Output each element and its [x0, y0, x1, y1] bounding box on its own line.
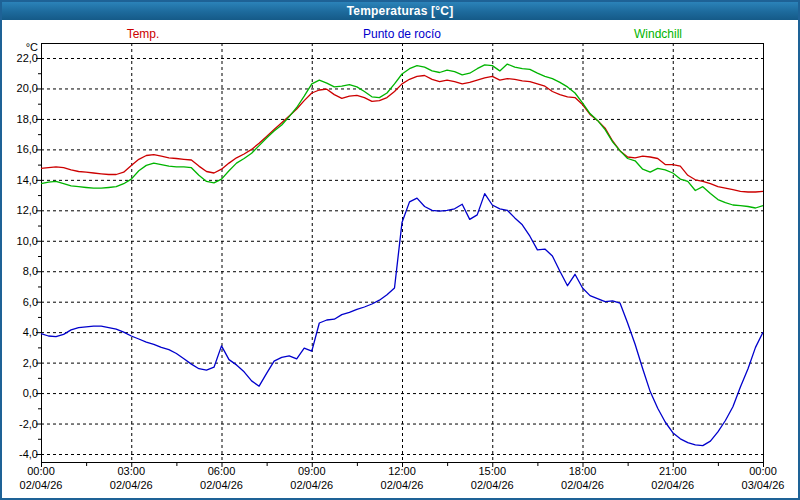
y-axis-tick-label: -4,0 — [19, 448, 38, 460]
x-axis-date-label: 02/04/26 — [290, 479, 333, 491]
y-axis-labels: °C22,020,018,016,014,012,010,08,06,04,02… — [17, 41, 38, 460]
x-axis-time-label: 06:00 — [208, 465, 236, 477]
x-axis-date-label: 02/04/26 — [20, 479, 63, 491]
y-axis-tick-label: 20,0 — [17, 82, 38, 94]
x-axis-time-label: 00:00 — [27, 465, 55, 477]
y-axis-tick-label: 16,0 — [17, 143, 38, 155]
x-axis-time-label: 03:00 — [117, 465, 145, 477]
x-axis-time-label: 18:00 — [569, 465, 597, 477]
y-axis-tick-label: -2,0 — [19, 418, 38, 430]
y-axis-tick-label: 22,0 — [17, 52, 38, 64]
x-axis-date-label: 03/04/26 — [742, 479, 785, 491]
gridlines — [41, 43, 763, 462]
x-axis-time-label: 00:00 — [749, 465, 777, 477]
y-axis-tick-label: 14,0 — [17, 174, 38, 186]
y-axis-tick-label: 18,0 — [17, 113, 38, 125]
x-axis-time-label: 21:00 — [659, 465, 687, 477]
y-axis-tick-label: 12,0 — [17, 204, 38, 216]
y-axis-tick-label: 0,0 — [23, 387, 38, 399]
y-axis-tick-label: 8,0 — [23, 265, 38, 277]
x-axis-labels: 00:0002/04/2603:0002/04/2606:0002/04/260… — [20, 465, 785, 491]
x-axis-time-label: 09:00 — [298, 465, 326, 477]
x-axis-date-label: 02/04/26 — [110, 479, 153, 491]
x-axis-time-label: 12:00 — [388, 465, 416, 477]
x-axis-date-label: 02/04/26 — [561, 479, 604, 491]
y-axis-tick-label: 10,0 — [17, 235, 38, 247]
y-axis-tick-label: 2,0 — [23, 357, 38, 369]
y-axis-tick-label: 4,0 — [23, 326, 38, 338]
x-axis-time-label: 15:00 — [478, 465, 506, 477]
y-axis-tick-label: 6,0 — [23, 296, 38, 308]
temperature-chart: °C22,020,018,016,014,012,010,08,06,04,02… — [2, 2, 798, 498]
x-axis-date-label: 02/04/26 — [381, 479, 424, 491]
x-axis-date-label: 02/04/26 — [651, 479, 694, 491]
weather-chart-window: Temperaturas [°C] Temp. Punto de rocío W… — [0, 0, 800, 500]
x-axis-date-label: 02/04/26 — [200, 479, 243, 491]
x-axis-date-label: 02/04/26 — [471, 479, 514, 491]
